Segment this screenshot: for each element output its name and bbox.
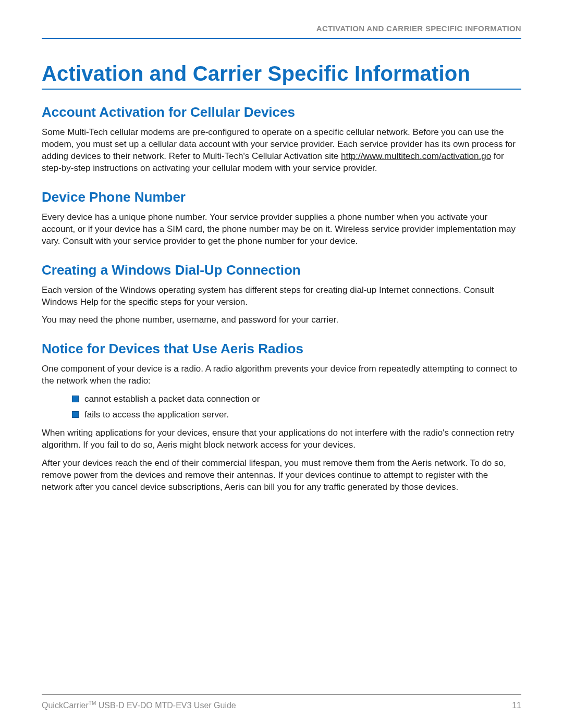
section-heading-aeris: Notice for Devices that Use Aeris Radios — [42, 341, 521, 357]
footer-rule — [42, 694, 521, 695]
list-item: cannot establish a packet data connectio… — [72, 392, 521, 406]
running-header: ACTIVATION AND CARRIER SPECIFIC INFORMAT… — [42, 24, 521, 37]
paragraph: When writing applications for your devic… — [42, 427, 521, 451]
activation-link[interactable]: http://www.multitech.com/activation.go — [341, 151, 491, 161]
page-footer: QuickCarrierTM USB-D EV-DO MTD-EV3 User … — [42, 694, 521, 710]
section-heading-device-phone-number: Device Phone Number — [42, 189, 521, 205]
section-heading-account-activation: Account Activation for Cellular Devices — [42, 104, 521, 120]
page-title: Activation and Carrier Specific Informat… — [42, 62, 521, 85]
bullet-list: cannot establish a packet data connectio… — [72, 392, 521, 421]
paragraph: You may need the phone number, username,… — [42, 314, 521, 326]
paragraph: Some Multi-Tech cellular modems are pre-… — [42, 127, 521, 175]
paragraph: Every device has a unique phone number. … — [42, 212, 521, 248]
list-item: fails to access the application server. — [72, 408, 521, 422]
paragraph: Each version of the Windows operating sy… — [42, 285, 521, 309]
title-rule — [42, 89, 521, 90]
footer-subtitle: USB-D EV-DO MTD-EV3 User Guide — [96, 701, 236, 710]
paragraph: One component of your device is a radio.… — [42, 363, 521, 387]
section-heading-dialup: Creating a Windows Dial-Up Connection — [42, 262, 521, 278]
trademark-symbol: TM — [89, 700, 96, 706]
footer-product: QuickCarrier — [42, 701, 89, 710]
header-rule — [42, 38, 521, 39]
page-number: 11 — [512, 701, 521, 710]
footer-title: QuickCarrierTM USB-D EV-DO MTD-EV3 User … — [42, 700, 236, 710]
document-page: ACTIVATION AND CARRIER SPECIFIC INFORMAT… — [0, 0, 563, 728]
paragraph: After your devices reach the end of thei… — [42, 458, 521, 493]
